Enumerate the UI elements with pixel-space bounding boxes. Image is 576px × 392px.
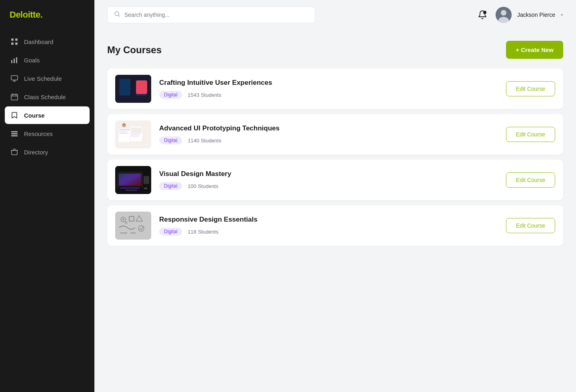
course-card: Crafting Intuitive User Experiences Digi… — [107, 68, 563, 109]
svg-rect-22 — [122, 86, 127, 89]
svg-rect-31 — [119, 131, 127, 132]
course-meta: Digital 118 Students — [159, 228, 498, 236]
sidebar-item-dashboard[interactable]: Dashboard — [5, 33, 90, 50]
course-info: Crafting Intuitive User Experiences Digi… — [159, 79, 498, 99]
sidebar-item-label: Directory — [24, 149, 48, 156]
sidebar-item-class-schedule[interactable]: Class Schedule — [5, 88, 90, 106]
svg-rect-18 — [115, 75, 151, 103]
list-icon — [10, 130, 18, 138]
svg-rect-25 — [138, 83, 142, 87]
svg-rect-24 — [137, 82, 146, 93]
notification-button[interactable] — [475, 7, 490, 22]
sidebar-nav: Dashboard Goals Live Schedule — [0, 30, 94, 164]
students-count: 1140 Students — [188, 138, 221, 144]
sidebar-item-label: Class Schedule — [24, 94, 66, 100]
svg-rect-8 — [11, 94, 18, 100]
students-count: 1543 Students — [188, 92, 221, 98]
brand-name: Deloitte — [10, 10, 40, 20]
sidebar: Deloitte. Dashboard Goa — [0, 0, 94, 392]
svg-rect-50 — [115, 212, 151, 240]
sidebar-item-label: Live Schedule — [24, 75, 62, 82]
sidebar-item-directory[interactable]: Directory — [5, 143, 90, 161]
brand-logo: Deloitte. — [0, 0, 94, 30]
svg-rect-45 — [144, 188, 147, 189]
content-header: My Courses + Create New — [107, 41, 563, 59]
grid-icon — [10, 38, 18, 46]
svg-rect-26 — [138, 88, 145, 89]
course-name: Crafting Intuitive User Experiences — [159, 79, 498, 87]
calendar-icon — [10, 93, 18, 101]
svg-rect-9 — [11, 131, 18, 132]
edit-course-button[interactable]: Edit Course — [506, 81, 555, 96]
svg-rect-0 — [11, 38, 14, 41]
course-thumbnail — [115, 212, 151, 240]
sidebar-item-label: Resources — [24, 130, 53, 137]
svg-rect-3 — [15, 42, 18, 45]
svg-rect-12 — [12, 150, 17, 155]
edit-course-button[interactable]: Edit Course — [506, 172, 555, 188]
svg-rect-7 — [11, 76, 18, 80]
course-name: Responsive Design Essentials — [159, 216, 498, 224]
course-card: Visual Design Mastery Digital 100 Studen… — [107, 160, 563, 200]
svg-rect-43 — [119, 174, 141, 186]
course-name: Advanced UI Prototyping Techniques — [159, 124, 498, 132]
course-tag: Digital — [159, 182, 182, 190]
sidebar-item-label: Dashboard — [24, 38, 53, 45]
header: Jackson Pierce ▾ — [94, 0, 576, 30]
brand-dot: . — [40, 10, 43, 20]
sidebar-item-goals[interactable]: Goals — [5, 51, 90, 69]
course-tag: Digital — [159, 91, 182, 99]
svg-rect-29 — [118, 128, 130, 142]
edit-course-button[interactable]: Edit Course — [506, 127, 555, 142]
svg-rect-6 — [16, 57, 17, 63]
svg-rect-32 — [119, 133, 129, 134]
course-meta: Digital 100 Students — [159, 182, 498, 190]
sidebar-item-label: Goals — [24, 57, 40, 64]
course-tag: Digital — [159, 228, 182, 236]
course-info: Responsive Design Essentials Digital 118… — [159, 216, 498, 236]
svg-rect-44 — [144, 176, 149, 184]
svg-rect-4 — [11, 60, 12, 63]
content-area: My Courses + Create New — [94, 30, 576, 392]
svg-rect-19 — [119, 79, 130, 96]
course-info: Advanced UI Prototyping Techniques Digit… — [159, 124, 498, 144]
course-name: Visual Design Mastery — [159, 170, 498, 178]
course-thumbnail — [115, 120, 151, 148]
svg-rect-56 — [130, 232, 136, 234]
course-list: Crafting Intuitive User Experiences Digi… — [107, 68, 563, 246]
svg-rect-27 — [138, 90, 142, 92]
students-count: 100 Students — [188, 183, 218, 189]
course-meta: Digital 1543 Students — [159, 91, 498, 99]
sidebar-item-course[interactable]: Course — [5, 106, 90, 124]
svg-rect-11 — [11, 135, 18, 136]
edit-course-button[interactable]: Edit Course — [506, 218, 555, 233]
course-tag: Digital — [159, 136, 182, 144]
svg-rect-49 — [120, 188, 140, 189]
course-info: Visual Design Mastery Digital 100 Studen… — [159, 170, 498, 190]
svg-rect-21 — [121, 81, 128, 90]
svg-rect-34 — [131, 128, 142, 134]
svg-rect-48 — [120, 187, 140, 188]
students-count: 118 Students — [188, 229, 218, 235]
svg-rect-20 — [120, 80, 129, 92]
search-bar[interactable] — [107, 6, 315, 23]
search-input[interactable] — [124, 12, 308, 18]
sidebar-item-live-schedule[interactable]: Live Schedule — [5, 70, 90, 87]
user-dropdown-icon[interactable]: ▾ — [561, 12, 563, 18]
svg-rect-30 — [119, 129, 130, 130]
bookmark-icon — [10, 111, 18, 119]
chart-icon — [10, 56, 18, 64]
main-content: Jackson Pierce ▾ My Courses + Create New — [94, 0, 576, 392]
search-icon — [114, 11, 120, 19]
svg-rect-5 — [14, 58, 15, 63]
svg-point-52 — [122, 219, 124, 220]
create-new-button[interactable]: + Create New — [506, 41, 563, 59]
monitor-icon — [10, 74, 18, 82]
course-meta: Digital 1140 Students — [159, 136, 498, 144]
page-title: My Courses — [107, 44, 162, 56]
sidebar-item-resources[interactable]: Resources — [5, 125, 90, 142]
svg-point-38 — [123, 123, 125, 126]
svg-rect-23 — [136, 80, 146, 96]
sidebar-item-label: Course — [24, 112, 45, 119]
svg-rect-1 — [15, 38, 18, 41]
